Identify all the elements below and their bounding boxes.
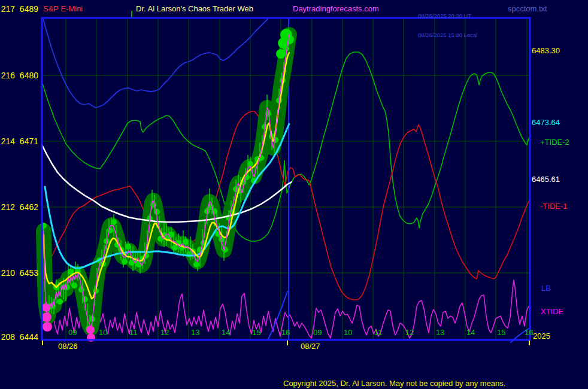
right-axis-label: 6473.64 — [532, 118, 560, 127]
price-top-dot — [276, 49, 286, 59]
signal-dot — [43, 322, 52, 332]
left-axis-label: 208 6444 — [0, 332, 38, 342]
right-axis-label: LB — [541, 284, 551, 293]
price-dot — [71, 282, 77, 288]
symbol-label: S&P E-Mini — [43, 4, 83, 13]
hour-label: 09 — [68, 328, 77, 337]
hour-label: 16 — [281, 328, 290, 337]
right-axis-label: 6465.61 — [532, 175, 560, 184]
hour-label: 15 — [497, 328, 505, 337]
hour-label: 10 — [344, 328, 352, 337]
right-axis-label: 2025 — [533, 332, 550, 341]
left-axis-label: 210 6453 — [0, 268, 38, 278]
signal-dot — [42, 303, 50, 312]
left-axis-label: 212 6462 — [0, 202, 38, 212]
signal-dot — [42, 312, 51, 322]
right-axis-label: 6483.30 — [532, 46, 560, 55]
price-dot — [154, 209, 160, 215]
copyright: Copyright 2025, Dr. Al Larson. May not b… — [283, 379, 505, 388]
price-dot — [172, 245, 178, 251]
hour-label: 14 — [222, 328, 230, 337]
hour-label: 13 — [436, 328, 444, 337]
timestamp-ut: 08/26/2025 20:20 UT — [418, 13, 477, 20]
hour-label: 16 — [525, 328, 533, 337]
timestamps: 08/26/2025 20:20 UT 08/26/2025 15:20 Loc… — [418, 1, 477, 51]
left-axis-label: 214 6471 — [0, 136, 38, 146]
price-dot — [57, 299, 63, 305]
data-file-label: spcctom.txt — [508, 4, 547, 13]
price-dot — [183, 239, 189, 245]
price-dot — [122, 259, 128, 265]
price-dot — [193, 262, 199, 268]
price-dot — [111, 219, 117, 225]
right-axis-label: XTIDE — [541, 307, 563, 316]
left-axis-label: 216 6480 — [0, 71, 38, 80]
date-label: 08/27 — [301, 342, 320, 351]
hour-label: 15 — [252, 328, 260, 337]
date-label: 08/26 — [58, 342, 78, 351]
hour-label: 11 — [129, 328, 138, 337]
hour-label: 13 — [191, 328, 199, 337]
signal-dot — [86, 326, 95, 334]
right-axis-label: +TIDE-2 — [540, 138, 569, 147]
hour-label: 09 — [313, 328, 322, 337]
hour-label: 12 — [160, 328, 169, 337]
hour-label: 12 — [405, 328, 414, 337]
price-dot — [82, 296, 88, 302]
right-axis-label: -TIDE-1 — [540, 202, 568, 211]
chart-page: S&P E-Mini Dr. Al Larson's Chaos Trader … — [0, 0, 588, 389]
page-title: Dr. Al Larson's Chaos Trader Web — [136, 4, 253, 13]
timestamp-local: 08/26/2025 15:20 Local — [418, 32, 477, 39]
hour-label: 14 — [466, 328, 475, 337]
price-dot — [125, 244, 131, 250]
site-link[interactable]: Daytradingforecasts.com — [293, 4, 379, 13]
hour-label: 11 — [374, 328, 383, 337]
hour-label: 10 — [99, 328, 107, 337]
left-axis-label: 217 6489 — [0, 4, 38, 14]
